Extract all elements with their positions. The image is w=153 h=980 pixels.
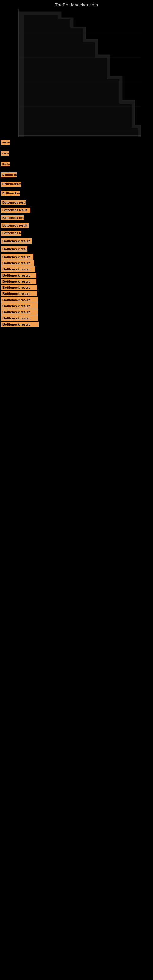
result-item-22: Bottleneck result [0,303,153,309]
result-item-5: Bottleneck result [0,181,153,186]
result-item-12: Bottleneck result [0,238,153,244]
result-item-19: Bottleneck result [0,285,153,290]
result-label-5: Bottleneck result [1,181,21,186]
result-item-3: Bottleneck result [0,162,153,166]
result-label-11: Bottleneck result [1,231,21,236]
result-item-23: Bottleneck result [0,309,153,315]
result-label-23: Bottleneck result [1,309,38,315]
result-label-13: Bottleneck result [1,246,27,252]
result-label-19: Bottleneck result [1,285,37,290]
result-label-4: Bottleneck result [1,172,16,177]
result-item-20: Bottleneck result [0,291,153,296]
result-label-21: Bottleneck result [1,297,38,302]
result-item-13: Bottleneck result [0,246,153,252]
result-label-1: Bottleneck result [1,140,10,145]
result-label-12: Bottleneck result [1,238,32,244]
result-item-6: Bottleneck result [0,191,153,196]
result-label-6: Bottleneck result [1,191,19,196]
chart-area [0,9,153,137]
result-item-7: Bottleneck result [0,200,153,205]
result-label-18: Bottleneck result [1,279,37,284]
result-label-15: Bottleneck result [1,260,34,266]
result-item-4: Bottleneck result [0,172,153,177]
result-label-2: Bottleneck result [1,151,9,156]
result-label-17: Bottleneck result [1,272,37,278]
result-label-3: Bottleneck result [1,162,10,166]
result-item-11: Bottleneck result [0,231,153,236]
result-label-16: Bottleneck result [1,266,35,272]
result-label-9: Bottleneck result [1,215,24,221]
result-label-22: Bottleneck result [1,303,38,309]
result-label-7: Bottleneck result [1,200,26,205]
result-item-25: Bottleneck result [0,321,153,327]
result-item-15: Bottleneck result [0,260,153,266]
result-item-2: Bottleneck result [0,151,153,156]
result-item-10: Bottleneck result [0,223,153,228]
site-title: TheBottlenecker.com [0,0,153,9]
result-item-17: Bottleneck result [0,272,153,278]
result-item-1: Bottleneck result [0,140,153,145]
result-item-21: Bottleneck result [0,297,153,302]
result-label-10: Bottleneck result [1,223,29,228]
result-item-9: Bottleneck result [0,215,153,221]
result-item-14: Bottleneck result [0,254,153,260]
result-label-8: Bottleneck result [1,208,30,213]
result-label-20: Bottleneck result [1,291,37,296]
result-item-24: Bottleneck result [0,315,153,321]
result-item-18: Bottleneck result [0,279,153,284]
result-label-14: Bottleneck result [1,254,33,260]
result-item-16: Bottleneck result [0,266,153,272]
result-item-8: Bottleneck result [0,208,153,213]
results-list: Bottleneck resultBottleneck resultBottle… [0,140,153,327]
result-label-24: Bottleneck result [1,315,38,321]
result-label-25: Bottleneck result [1,321,38,327]
